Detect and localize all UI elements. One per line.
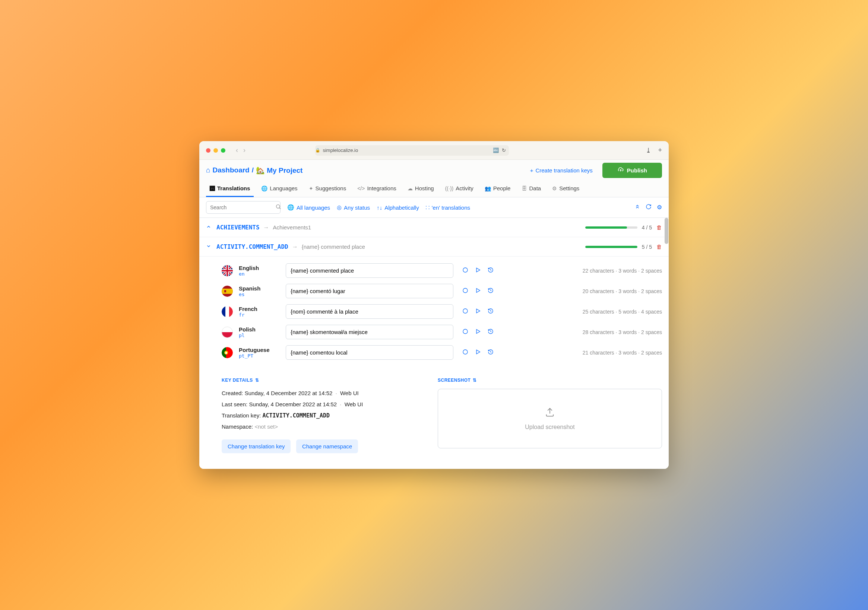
- history-icon[interactable]: [488, 288, 494, 295]
- tab-people[interactable]: 👥 People: [481, 181, 515, 197]
- svg-point-13: [463, 309, 468, 313]
- play-icon[interactable]: [475, 328, 481, 336]
- scrollbar-thumb[interactable]: [665, 218, 668, 244]
- chevron-right-icon: [206, 224, 213, 231]
- key-row-achievements[interactable]: ACHIEVEMENTS → Achievements1 4 / 5 🗑: [199, 218, 669, 237]
- delete-key-button[interactable]: 🗑: [656, 243, 662, 250]
- history-icon[interactable]: [488, 308, 494, 316]
- database-icon: 🗄: [522, 186, 527, 191]
- circle-icon[interactable]: [462, 308, 468, 316]
- flag-en-icon: [222, 265, 233, 276]
- svg-rect-12: [229, 306, 233, 317]
- circle-icon[interactable]: [462, 349, 468, 356]
- tab-activity[interactable]: ((·)) Activity: [442, 181, 477, 197]
- broadcast-icon: ((·)): [445, 186, 454, 191]
- flag-pl-icon: [222, 327, 233, 338]
- filter-status[interactable]: ◎ Any status: [337, 204, 370, 211]
- tab-languages[interactable]: 🌐 Languages: [257, 181, 301, 197]
- progress-bar: [585, 246, 637, 248]
- collapse-all-icon[interactable]: [634, 204, 640, 211]
- maximize-window-button[interactable]: [221, 148, 225, 153]
- svg-point-0: [276, 205, 280, 208]
- settings-icon[interactable]: ⚙: [657, 204, 662, 211]
- translation-stats: 21 characters · 3 words · 2 spaces: [583, 350, 662, 356]
- breadcrumb-project[interactable]: 🏡 My Project: [256, 166, 302, 175]
- translation-input[interactable]: [286, 304, 453, 319]
- history-icon[interactable]: [488, 267, 494, 274]
- history-icon[interactable]: [488, 328, 494, 336]
- key-details-title[interactable]: KEY DETAILS ⇅: [222, 378, 423, 383]
- breadcrumb-dashboard[interactable]: Dashboard: [212, 166, 249, 174]
- traffic-lights: [206, 148, 225, 153]
- app-header: ⌂ Dashboard / 🏡 My Project + Create tran…: [199, 160, 669, 181]
- browser-window: ‹ › 🔒 simplelocalize.io 🔤 ↻ ⤓ + ⌂ Dashbo…: [199, 141, 669, 469]
- key-preview: {name} commented place: [302, 243, 365, 250]
- svg-point-18: [463, 329, 468, 334]
- filter-sort[interactable]: ↑↓ Alphabetically: [377, 204, 419, 211]
- tab-data[interactable]: 🗄 Data: [518, 181, 545, 197]
- upload-screenshot-box[interactable]: Upload screenshot: [438, 389, 662, 448]
- change-namespace-button[interactable]: Change namespace: [296, 440, 358, 453]
- arrow-icon: →: [292, 243, 298, 250]
- history-icon[interactable]: [488, 349, 494, 356]
- circle-icon[interactable]: [462, 267, 468, 274]
- translate-icon[interactable]: 🔤: [493, 147, 499, 153]
- translation-stats: 20 characters · 3 words · 2 spaces: [583, 288, 662, 294]
- detail-namespace: Namespace: <not set>: [222, 422, 423, 431]
- translation-input[interactable]: [286, 263, 453, 278]
- svg-rect-7: [224, 290, 226, 292]
- filter-languages[interactable]: 🌐 All languages: [287, 204, 330, 211]
- play-icon[interactable]: [475, 349, 481, 356]
- play-icon[interactable]: [475, 267, 481, 274]
- language-code: pl: [239, 333, 280, 338]
- play-icon[interactable]: [475, 308, 481, 316]
- minimize-window-button[interactable]: [214, 148, 218, 153]
- svg-rect-6: [222, 289, 233, 294]
- close-window-button[interactable]: [206, 148, 211, 153]
- refresh-icon[interactable]: [646, 204, 651, 211]
- search-box[interactable]: [206, 201, 281, 214]
- circle-icon[interactable]: [462, 328, 468, 336]
- tab-hosting[interactable]: ☁ Hosting: [404, 181, 438, 197]
- arrow-icon: →: [264, 224, 269, 231]
- tab-settings[interactable]: ⚙ Settings: [549, 181, 583, 197]
- language-code: en: [239, 271, 280, 277]
- filter-toolbar: 🌐 All languages ◎ Any status ↑↓ Alphabet…: [199, 197, 669, 218]
- screenshot-section-title[interactable]: SCREENSHOT ⇅: [438, 378, 662, 383]
- change-translation-key-button[interactable]: Change translation key: [222, 440, 291, 453]
- breadcrumb-separator: /: [252, 166, 254, 174]
- search-input[interactable]: [210, 204, 275, 211]
- language-name: Polish: [239, 326, 280, 333]
- tab-integrations[interactable]: </> Integrations: [353, 181, 400, 197]
- back-button[interactable]: ‹: [236, 146, 238, 154]
- titlebar-right: ⤓ +: [646, 146, 662, 155]
- translation-input[interactable]: [286, 345, 453, 360]
- home-icon[interactable]: ⌂: [206, 166, 210, 174]
- language-name: French: [239, 306, 280, 312]
- delete-key-button[interactable]: 🗑: [656, 224, 662, 231]
- lock-icon: 🔒: [315, 148, 320, 153]
- publish-button[interactable]: Publish: [602, 163, 662, 178]
- translation-input[interactable]: [286, 325, 453, 339]
- language-name: Portuguese: [239, 347, 280, 353]
- detail-tkey: Translation key: ACTIVITY.COMMENT_ADD: [222, 411, 423, 420]
- language-code: fr: [239, 312, 280, 318]
- tab-suggestions[interactable]: ✦ Suggestions: [305, 181, 350, 197]
- play-icon[interactable]: [475, 288, 481, 295]
- create-translation-keys-button[interactable]: + Create translation keys: [525, 164, 598, 176]
- forward-button[interactable]: ›: [243, 146, 245, 154]
- tab-translations[interactable]: 🅰 Translations: [206, 181, 254, 197]
- translation-input[interactable]: [286, 284, 453, 298]
- svg-point-24: [463, 350, 468, 354]
- reload-icon[interactable]: ↻: [502, 147, 506, 153]
- new-tab-icon[interactable]: +: [658, 146, 662, 154]
- url-bar[interactable]: 🔒 simplelocalize.io 🔤 ↻: [315, 145, 509, 156]
- translation-row: French fr 25 characters · 5 words · 4 sp…: [222, 301, 662, 322]
- search-icon: [275, 204, 281, 211]
- downloads-icon[interactable]: ⤓: [646, 146, 651, 155]
- filter-view[interactable]: ⸬ 'en' translations: [426, 204, 470, 211]
- key-row-activity-comment-add[interactable]: ACTIVITY.COMMENT_ADD → {name} commented …: [199, 237, 669, 257]
- svg-rect-15: [222, 327, 233, 332]
- circle-icon[interactable]: [462, 288, 468, 295]
- key-preview: Achievements1: [273, 224, 312, 231]
